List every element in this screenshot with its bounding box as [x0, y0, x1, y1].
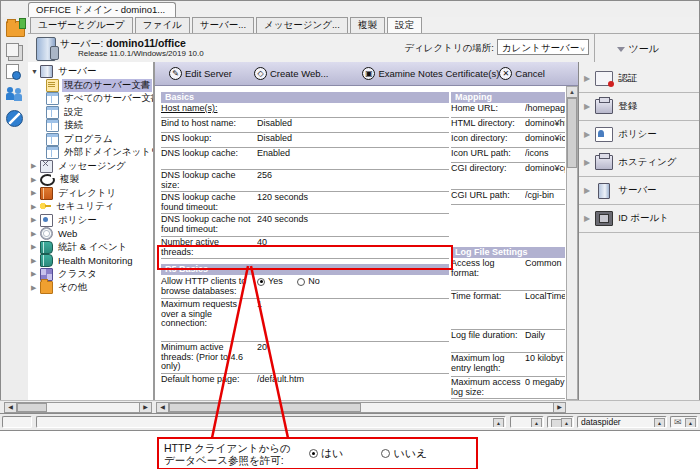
scrollbar-thumb[interactable] — [567, 98, 577, 168]
toolbar-button[interactable]: ◇ Create Web... — [254, 67, 328, 80]
dropup-arrow-icon[interactable]: ▲ — [493, 418, 504, 428]
swoosh-app-icon[interactable] — [6, 110, 23, 127]
expand-arrow-icon[interactable]: ▶ — [584, 186, 590, 195]
admin-tab[interactable]: メッセージング... — [256, 17, 348, 33]
field-value: Disabled — [257, 119, 449, 131]
tree-item[interactable]: Health Monitoring — [28, 254, 153, 268]
document-horizontal-scrollbar[interactable]: ◀ ▶ — [156, 402, 566, 413]
status-message-segment[interactable]: ▲ — [36, 416, 506, 428]
tree-item[interactable]: セキュリティ — [28, 200, 153, 214]
window-tab-office-domain[interactable]: OFFICE ドメイン - domino1... — [28, 2, 176, 18]
tree-item[interactable]: プログラム — [28, 133, 153, 147]
radio-option[interactable]: いいえ — [381, 446, 427, 461]
scrollbar-thumb[interactable] — [17, 403, 47, 412]
scrollbar-thumb[interactable] — [169, 403, 361, 412]
radio-option[interactable]: はい — [309, 446, 344, 461]
admin-tab[interactable]: 複製 — [350, 17, 385, 33]
tree-horizontal-scrollbar[interactable]: ◀ ▶ — [4, 402, 152, 413]
tree-item-icon — [46, 92, 59, 105]
radio-icon[interactable] — [309, 449, 318, 458]
admin-tab[interactable]: ユーザーとグループ — [30, 17, 133, 33]
tree-item[interactable]: Web — [28, 227, 153, 241]
tree-item[interactable]: メッセージング — [28, 160, 153, 174]
tree-item[interactable]: 現在のサーバー文書 — [28, 79, 153, 93]
twisty-icon[interactable] — [31, 203, 40, 211]
toolbar-button[interactable]: ✕ Cancel — [499, 67, 545, 80]
copy-documents-icon[interactable] — [6, 43, 19, 57]
tree-item[interactable]: 設定 — [28, 106, 153, 120]
expand-arrow-icon[interactable]: ▶ — [584, 130, 590, 139]
tool-item[interactable]: ▶ ホスティング — [579, 149, 699, 177]
expand-arrow-icon[interactable]: ▶ — [584, 74, 590, 83]
tool-item[interactable]: ▶ ポリシー — [579, 121, 699, 149]
tool-item[interactable]: ▶ ID ボールト — [579, 205, 699, 233]
status-signature-segment[interactable]: ▲ — [547, 416, 574, 428]
twisty-icon[interactable] — [31, 257, 40, 265]
radio-icon[interactable] — [257, 278, 265, 286]
tree-item[interactable]: 統計 & イベント — [28, 241, 153, 255]
tree-item-icon — [40, 254, 53, 267]
twisty-icon[interactable] — [31, 189, 40, 197]
tree-item[interactable]: その他 — [28, 281, 153, 295]
toolbar-button[interactable]: ✎ Edit Server — [169, 67, 232, 80]
tree-item[interactable]: サーバー — [28, 65, 153, 79]
tree-item[interactable]: ポリシー — [28, 214, 153, 228]
expand-arrow-icon[interactable]: ▶ — [584, 158, 590, 167]
tree-item[interactable]: 接続 — [28, 119, 153, 133]
twisty-icon[interactable] — [31, 284, 40, 292]
dropup-arrow-icon[interactable]: ▲ — [685, 418, 696, 428]
tree-item[interactable]: ディレクトリ — [28, 187, 153, 201]
status-segment[interactable]: ▲ — [510, 416, 544, 428]
toolbar-button-icon: ▣ — [362, 67, 375, 80]
scroll-left-arrow[interactable]: ◀ — [5, 403, 17, 412]
scroll-right-arrow[interactable]: ▶ — [139, 403, 151, 412]
status-location-segment[interactable]: dataspider ▲ — [577, 416, 667, 428]
twisty-icon[interactable] — [31, 176, 40, 184]
field-row: DNS lookup cache not found timeout: 240 … — [161, 214, 449, 237]
window-tab-bar: OFFICE ドメイン - domino1... — [1, 1, 698, 18]
admin-tab[interactable]: 設定 — [387, 17, 422, 33]
directory-location-select[interactable]: カレントサーバー ˅ — [497, 39, 589, 55]
field-row: DNS lookup cache: Enabled — [161, 148, 449, 170]
tool-item[interactable]: ▶ サーバー — [579, 177, 699, 205]
dropup-arrow-icon[interactable]: ▲ — [654, 418, 665, 428]
tree-item[interactable]: すべてのサーバー文書 — [28, 92, 153, 106]
field-row: Maximum requests over a single connectio… — [161, 299, 449, 342]
twisty-icon[interactable] — [31, 68, 40, 75]
people-icon[interactable] — [6, 87, 23, 101]
bookmark-folder-icon[interactable] — [6, 21, 25, 37]
tree-item[interactable]: 外部ドメインネットワーク情 — [28, 146, 153, 160]
expand-arrow-icon[interactable]: ▶ — [584, 102, 590, 111]
dropup-arrow-icon[interactable]: ▲ — [561, 418, 572, 428]
tool-item[interactable]: ▶ 認証 — [579, 65, 699, 93]
radio-option[interactable]: No — [297, 277, 320, 287]
scroll-left-arrow[interactable]: ◀ — [157, 403, 169, 412]
expand-arrow-icon[interactable]: ▶ — [584, 214, 590, 223]
tool-item[interactable]: ▶ 登録 — [579, 93, 699, 121]
replicator-page-icon[interactable] — [6, 64, 19, 79]
field-value — [257, 104, 449, 116]
twisty-icon[interactable] — [31, 162, 40, 170]
scroll-right-arrow[interactable]: ▶ — [553, 403, 565, 412]
field-label: Minimum active threads: (Prior to 4.6 on… — [161, 343, 257, 372]
radio-icon[interactable] — [381, 449, 390, 458]
twisty-icon[interactable] — [31, 216, 40, 224]
admin-tab[interactable]: ファイル — [135, 17, 190, 33]
dropup-arrow-icon[interactable]: ▲ — [531, 418, 542, 428]
scroll-up-arrow[interactable]: ▲ — [567, 87, 577, 98]
tools-expander[interactable]: ツール — [617, 42, 659, 56]
admin-tab[interactable]: サーバー... — [192, 17, 254, 33]
twisty-icon[interactable] — [31, 270, 40, 278]
radio-icon[interactable] — [297, 278, 305, 286]
document-left-column: Basics Host name(s): Bind to host name: … — [161, 92, 449, 400]
document-vertical-scrollbar[interactable]: ▲ — [566, 86, 578, 400]
twisty-icon[interactable] — [31, 243, 40, 251]
radio-option[interactable]: Yes — [257, 277, 283, 287]
server-document-icon — [36, 37, 56, 61]
status-mail-segment[interactable]: ✉ ▲ — [670, 416, 698, 428]
toolbar-button[interactable]: ▣ Examine Notes Certificate(s) — [362, 67, 499, 80]
twisty-icon[interactable] — [31, 230, 40, 238]
tree-item[interactable]: 複製 — [28, 173, 153, 187]
field-row: Minimum active threads: (Prior to 4.6 on… — [161, 342, 449, 374]
status-network-segment[interactable] — [2, 416, 32, 428]
